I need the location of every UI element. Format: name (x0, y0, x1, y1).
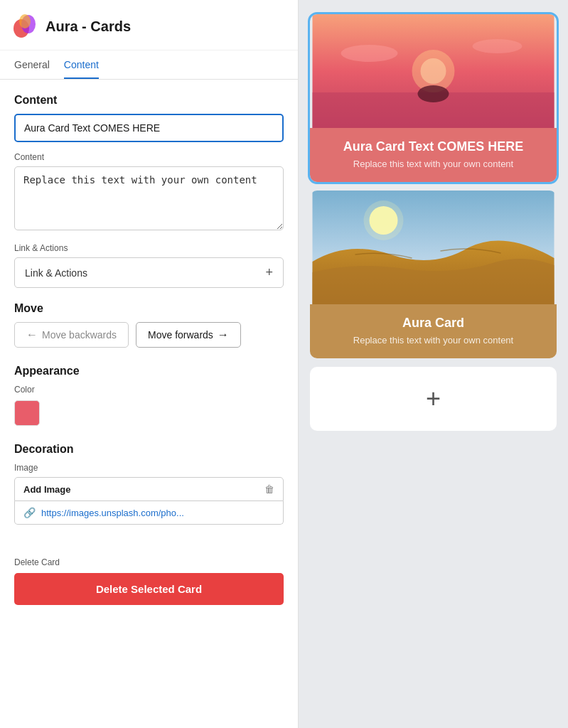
move-backwards-button[interactable]: ← Move backwards (14, 322, 129, 348)
svg-point-5 (421, 58, 446, 84)
card-2-subtitle: Replace this text with your own content (321, 335, 545, 346)
image-link-icon: 🔗 (23, 507, 36, 518)
right-panel: Aura Card Text COMES HERE Replace this t… (299, 0, 568, 728)
card-2-title: Aura Card (321, 316, 545, 331)
add-image-label: Add Image (23, 484, 70, 495)
move-buttons: ← Move backwards Move forwards → (14, 322, 284, 348)
link-actions-button[interactable]: Link & Actions + (14, 257, 284, 288)
card-title-input[interactable] (14, 114, 284, 142)
card-1-title: Aura Card Text COMES HERE (321, 139, 545, 154)
decoration-section-label: Decoration (14, 443, 284, 456)
delete-section: Delete Card Delete Selected Card (14, 546, 284, 605)
link-actions-button-label: Link & Actions (25, 267, 87, 279)
card-1[interactable]: Aura Card Text COMES HERE Replace this t… (310, 14, 557, 182)
move-forwards-label: Move forwards (148, 329, 213, 341)
link-actions-plus-icon: + (265, 265, 273, 280)
color-label: Color (14, 385, 284, 395)
svg-point-12 (364, 200, 404, 240)
content-field-label: Content (14, 152, 284, 162)
left-panel: Aura - Cards General Content Content Con… (0, 0, 299, 728)
aura-logo-icon (11, 13, 38, 40)
image-url-row: 🔗 https://images.unsplash.com/pho... (14, 501, 284, 525)
card-1-image (310, 14, 557, 128)
decoration-section: Decoration Image Add Image 🗑 🔗 https://i… (14, 443, 284, 525)
move-forwards-button[interactable]: Move forwards → (136, 322, 241, 348)
app-title: Aura - Cards (45, 18, 131, 35)
panel-body: Content Content Replace this text with y… (0, 80, 298, 728)
card-2[interactable]: Aura Card Replace this text with your ow… (310, 191, 557, 358)
color-swatch[interactable] (14, 400, 40, 426)
arrow-right-icon: → (218, 328, 229, 341)
appearance-section-label: Appearance (14, 365, 284, 378)
card-2-overlay: Aura Card Replace this text with your ow… (310, 304, 557, 358)
card-1-overlay: Aura Card Text COMES HERE Replace this t… (310, 128, 557, 182)
add-card-button[interactable]: + (310, 367, 557, 431)
svg-point-7 (418, 85, 449, 102)
app-header: Aura - Cards (0, 0, 298, 50)
svg-point-8 (341, 45, 398, 62)
tab-content[interactable]: Content (64, 50, 99, 79)
card-1-subtitle: Replace this text with your own content (321, 159, 545, 169)
svg-point-9 (473, 39, 523, 53)
content-textarea[interactable]: Replace this text with your own content (14, 166, 284, 230)
tab-bar: General Content (0, 50, 298, 80)
link-actions-label: Link & Actions (14, 243, 284, 253)
arrow-left-icon: ← (26, 328, 38, 341)
tab-general[interactable]: General (14, 50, 50, 79)
delete-selected-card-button[interactable]: Delete Selected Card (14, 573, 284, 605)
trash-icon[interactable]: 🗑 (264, 483, 274, 495)
move-section: Move ← Move backwards Move forwards → (14, 302, 284, 348)
move-section-label: Move (14, 302, 284, 315)
card-2-image (310, 191, 557, 304)
delete-card-label: Delete Card (14, 557, 284, 567)
image-url-text[interactable]: https://images.unsplash.com/pho... (41, 508, 184, 518)
content-section-label: Content (14, 94, 284, 107)
svg-point-2 (19, 14, 31, 28)
move-backwards-label: Move backwards (42, 329, 117, 341)
appearance-section: Appearance Color (14, 365, 284, 426)
add-card-plus-icon: + (426, 384, 441, 414)
image-label: Image (14, 463, 284, 473)
add-image-row: Add Image 🗑 (14, 477, 284, 501)
